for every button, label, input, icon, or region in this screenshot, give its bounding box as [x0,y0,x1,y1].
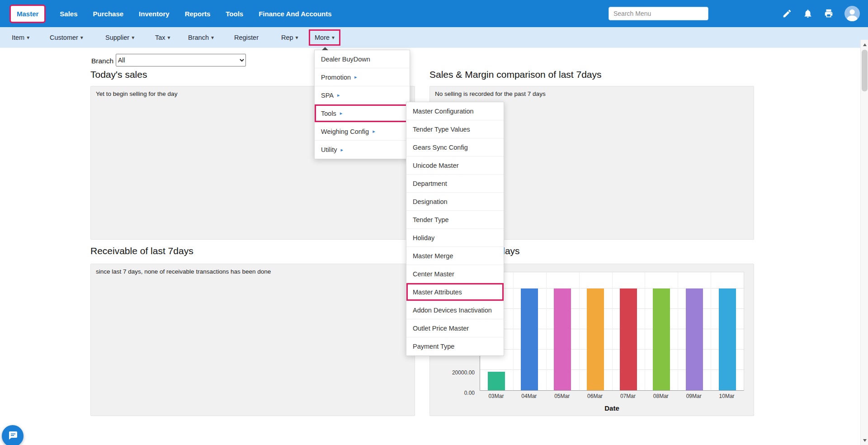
top-nav-item-label: Purchase [93,10,124,18]
printer-icon[interactable] [824,9,834,19]
menubar-item-label: Rep [281,34,293,41]
receivable-panel: since last 7 days, none of receivable tr… [90,264,415,416]
more-menu-item-label: Tools [321,110,336,117]
more-menu-item[interactable]: Promotion ▸ [315,68,410,86]
top-nav-item[interactable]: Finance And Accounts [259,10,331,18]
menubar-item-label: Supplier [105,34,129,41]
tools-submenu-item[interactable]: Gears Sync Config [406,138,504,156]
top-nav-item[interactable]: Reports [185,10,211,18]
more-menu-item[interactable]: SPA ▸ [315,86,410,104]
tools-submenu: Master Configuration Tender Type Values … [406,102,504,356]
menubar-item-label: Customer [50,34,78,41]
arrow-down-icon [863,439,867,442]
measure-icon[interactable] [782,9,792,19]
tools-submenu-item[interactable]: Tender Type Values [406,120,504,138]
top-nav-item-label: Reports [185,10,211,18]
tools-submenu-item-label: Gears Sync Config [413,144,468,151]
payable-chart-xlabel: Date [480,404,744,412]
menubar-item-label: Branch [188,34,209,41]
more-dropdown-menu: Dealer BuyDown ▸ Promotion ▸ SPA ▸ Tools… [314,50,410,159]
menubar-item[interactable]: Supplier ▾ [105,34,134,41]
tools-submenu-item-label: Master Attributes [413,289,462,296]
today-sales-title: Today's sales [90,69,147,80]
more-menu-item[interactable]: Tools ▸ [315,104,410,123]
y-tick-label: 0.00 [464,390,475,396]
top-navbar: Master Sales Purchase Inventory Reports … [0,0,868,27]
x-tick-label: 03Mar [482,393,509,399]
tools-submenu-item[interactable]: Unicode Master [406,156,504,175]
chart-bar-08Mar [653,289,670,390]
x-tick-label: 06Mar [581,393,609,399]
more-menu-item[interactable]: Weighing Config ▸ [315,123,410,141]
top-nav-item[interactable]: Tools [226,10,243,18]
chevron-right-icon: ▸ [340,147,343,153]
chevron-down-icon: ▾ [168,34,170,41]
tools-submenu-item-label: Designation [413,198,448,205]
top-nav-item[interactable]: Master [11,6,44,22]
menubar-item[interactable]: Branch ▾ [188,34,214,41]
x-tick-label: 09Mar [680,393,708,399]
top-nav-item-label: Sales [60,10,77,18]
chevron-down-icon: ▾ [27,34,29,41]
chart-bar-03Mar [488,372,505,390]
scrollbar-thumb[interactable] [862,50,868,91]
tools-submenu-item-label: Addon Devices Inactivation [413,307,492,314]
tools-submenu-item[interactable]: Addon Devices Inactivation [406,301,504,319]
user-avatar[interactable] [844,6,860,21]
more-menu-item[interactable]: Utility ▸ [315,141,410,159]
chevron-down-icon: ▾ [132,34,134,41]
tools-submenu-item[interactable]: Master Configuration [406,102,504,120]
payable-chart-xaxis: 03Mar04Mar05Mar06Mar07Mar08Mar09Mar10Mar [480,393,744,400]
more-menu-item-label: Dealer BuyDown [321,56,370,63]
tools-submenu-item[interactable]: Outlet Price Master [406,319,504,337]
tools-submenu-item[interactable]: Master Attributes [406,283,504,301]
tools-submenu-item[interactable]: Department [406,175,504,193]
x-tick-label: 10Mar [713,393,741,399]
menubar-item[interactable]: Rep ▾ [281,34,298,41]
tools-submenu-item[interactable]: Payment Type [406,337,504,355]
scrollbar-up-button[interactable] [861,41,868,48]
bell-icon[interactable] [803,9,813,19]
menubar-item[interactable]: Tax ▾ [155,34,170,41]
menubar-item-label: Tax [155,34,165,41]
more-menu-item-label: SPA [321,92,334,99]
x-tick-label: 07Mar [614,393,642,399]
tools-submenu-item[interactable]: Tender Type [406,211,504,229]
tools-submenu-item[interactable]: Center Master [406,265,504,283]
top-nav-item[interactable]: Purchase [93,10,124,18]
popover-arrow-icon [322,47,328,50]
branch-filter-label: Branch [91,57,113,65]
y-tick-label: 20000.00 [452,369,475,376]
menubar-item[interactable]: More ▾ [310,31,339,44]
menubar-item[interactable]: Customer ▾ [50,34,83,41]
tools-submenu-item[interactable]: Holiday [406,229,504,247]
top-nav-item-label: Tools [226,10,243,18]
chat-widget-button[interactable] [2,425,24,445]
chart-bar-10Mar [719,289,736,390]
branch-filter-select[interactable]: All [116,54,246,66]
sales-margin-title: Sales & Margin comparison of last 7days [429,69,602,80]
menubar-item[interactable]: Item ▾ [12,34,29,41]
search-input[interactable] [609,7,708,20]
chat-icon [7,430,18,442]
x-tick-label: 05Mar [548,393,576,399]
chevron-down-icon: ▾ [211,34,214,41]
chart-bar-05Mar [554,289,571,390]
scrollbar-down-button[interactable] [861,436,868,444]
payable-chart-plot [480,272,744,391]
menubar-item[interactable]: Register ▾ [234,34,259,41]
tools-submenu-item[interactable]: Designation [406,193,504,211]
top-nav-item[interactable]: Inventory [139,10,170,18]
menubar: Item ▾ Customer ▾ Supplier ▾ Tax ▾ Branc… [0,27,868,48]
tools-submenu-item[interactable]: Master Merge [406,247,504,265]
chart-bar-06Mar [587,289,604,390]
receivable-title: Receivable of last 7days [90,246,193,256]
dashboard-page: { "colors": { "topbar_bg": "#1880d2", "m… [0,0,868,445]
tools-submenu-item-label: Unicode Master [413,162,459,169]
more-menu-item[interactable]: Dealer BuyDown ▸ [315,50,410,68]
receivable-message: since last 7 days, none of receivable tr… [91,264,415,279]
more-menu-item-label: Promotion [321,74,351,81]
tools-submenu-item-label: Tender Type [413,216,449,223]
top-nav-item[interactable]: Sales [60,10,77,18]
vertical-scrollbar[interactable] [860,40,868,445]
